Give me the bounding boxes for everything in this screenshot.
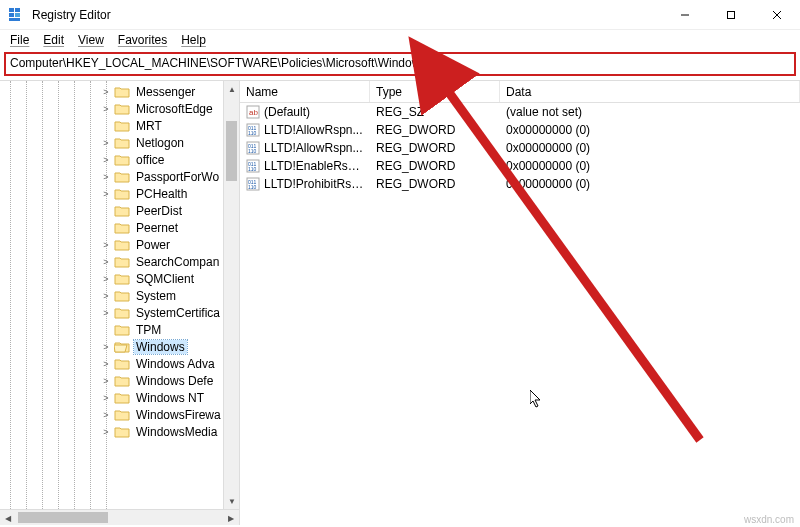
list-row[interactable]: 011110LLTD!EnableRspn...REG_DWORD0x00000… xyxy=(240,157,800,175)
dword-value-icon: 011110 xyxy=(246,159,260,173)
expand-toggle-icon[interactable]: > xyxy=(100,427,112,437)
tree-item-label: Messenger xyxy=(134,85,197,99)
folder-icon xyxy=(114,289,130,303)
scroll-down-icon[interactable]: ▼ xyxy=(224,493,240,509)
value-type-cell: REG_DWORD xyxy=(370,177,500,191)
menu-edit[interactable]: Edit xyxy=(37,32,70,48)
tree-item-label: Windows xyxy=(134,340,187,354)
tree-item-label: WindowsMedia xyxy=(134,425,219,439)
tree-item[interactable]: >Windows NT xyxy=(0,389,239,406)
tree-item[interactable]: >PCHealth xyxy=(0,185,239,202)
expand-toggle-icon[interactable]: > xyxy=(100,359,112,369)
menu-file[interactable]: File xyxy=(4,32,35,48)
tree-item[interactable]: >Messenger xyxy=(0,83,239,100)
column-header-name[interactable]: Name xyxy=(240,81,370,102)
tree-item[interactable]: >SystemCertifica xyxy=(0,304,239,321)
tree-item-label: Windows Adva xyxy=(134,357,217,371)
tree-item[interactable]: TPM xyxy=(0,321,239,338)
tree-item[interactable]: >Netlogon xyxy=(0,134,239,151)
folder-icon xyxy=(114,425,130,439)
value-name: LLTD!ProhibitRsp... xyxy=(264,177,368,191)
tree-item-label: MicrosoftEdge xyxy=(134,102,215,116)
menu-favorites[interactable]: Favorites xyxy=(112,32,173,48)
value-name: LLTD!EnableRspn... xyxy=(264,159,370,173)
dword-value-icon: 011110 xyxy=(246,123,260,137)
close-button[interactable] xyxy=(754,0,800,29)
expand-toggle-icon[interactable]: > xyxy=(100,410,112,420)
folder-icon xyxy=(114,85,130,99)
svg-rect-0 xyxy=(9,8,14,12)
tree[interactable]: >Messenger>MicrosoftEdgeMRT>Netlogon>off… xyxy=(0,81,239,442)
tree-scrollbar-vertical[interactable]: ▲ ▼ xyxy=(223,81,239,509)
list-row[interactable]: ab(Default)REG_SZ(value not set) xyxy=(240,103,800,121)
tree-pane: >Messenger>MicrosoftEdgeMRT>Netlogon>off… xyxy=(0,81,240,525)
scroll-thumb-h[interactable] xyxy=(18,512,108,523)
expand-toggle-icon[interactable]: > xyxy=(100,138,112,148)
list-rows: ab(Default)REG_SZ(value not set)011110LL… xyxy=(240,103,800,525)
minimize-button[interactable] xyxy=(662,0,708,29)
expand-toggle-icon[interactable]: > xyxy=(100,240,112,250)
tree-item[interactable]: >SQMClient xyxy=(0,270,239,287)
tree-item[interactable]: >Windows xyxy=(0,338,239,355)
value-data-cell: 0x00000000 (0) xyxy=(500,159,800,173)
expand-toggle-icon[interactable]: > xyxy=(100,172,112,182)
tree-scrollbar-horizontal[interactable]: ◀ ▶ xyxy=(0,509,239,525)
folder-icon xyxy=(114,323,130,337)
scroll-left-icon[interactable]: ◀ xyxy=(0,510,16,525)
menu-help[interactable]: Help xyxy=(175,32,212,48)
expand-toggle-icon[interactable]: > xyxy=(100,104,112,114)
value-name-cell: 011110LLTD!AllowRspn... xyxy=(240,123,370,138)
expand-toggle-icon[interactable]: > xyxy=(100,155,112,165)
column-header-data[interactable]: Data xyxy=(500,81,800,102)
tree-item-label: SystemCertifica xyxy=(134,306,222,320)
value-data-cell: 0x00000000 (0) xyxy=(500,123,800,137)
svg-rect-2 xyxy=(9,13,14,17)
expand-toggle-icon[interactable]: > xyxy=(100,308,112,318)
tree-item[interactable]: PeerDist xyxy=(0,202,239,219)
scroll-thumb[interactable] xyxy=(226,121,237,181)
expand-toggle-icon[interactable]: > xyxy=(100,274,112,284)
expand-toggle-icon[interactable]: > xyxy=(100,376,112,386)
tree-item[interactable]: >WindowsFirewa xyxy=(0,406,239,423)
tree-item[interactable]: >Power xyxy=(0,236,239,253)
tree-item[interactable]: MRT xyxy=(0,117,239,134)
tree-item[interactable]: Peernet xyxy=(0,219,239,236)
list-row[interactable]: 011110LLTD!AllowRspn...REG_DWORD0x000000… xyxy=(240,139,800,157)
tree-item[interactable]: >Windows Defe xyxy=(0,372,239,389)
menu-view[interactable]: View xyxy=(72,32,110,48)
tree-item[interactable]: >office xyxy=(0,151,239,168)
svg-rect-4 xyxy=(9,18,20,21)
value-name: (Default) xyxy=(264,105,310,119)
tree-item[interactable]: >MicrosoftEdge xyxy=(0,100,239,117)
string-value-icon: ab xyxy=(246,105,260,119)
tree-item[interactable]: >WindowsMedia xyxy=(0,423,239,440)
address-bar[interactable]: Computer\HKEY_LOCAL_MACHINE\SOFTWARE\Pol… xyxy=(6,54,794,74)
tree-item[interactable]: >PassportForWo xyxy=(0,168,239,185)
expand-toggle-icon[interactable]: > xyxy=(100,393,112,403)
scroll-right-icon[interactable]: ▶ xyxy=(223,510,239,525)
expand-toggle-icon[interactable]: > xyxy=(100,342,112,352)
tree-item[interactable]: >Windows Adva xyxy=(0,355,239,372)
scroll-up-icon[interactable]: ▲ xyxy=(224,81,240,97)
expand-toggle-icon[interactable]: > xyxy=(100,257,112,267)
list-row[interactable]: 011110LLTD!AllowRspn...REG_DWORD0x000000… xyxy=(240,121,800,139)
expand-toggle-icon[interactable]: > xyxy=(100,291,112,301)
maximize-button[interactable] xyxy=(708,0,754,29)
folder-icon xyxy=(114,221,130,235)
folder-icon xyxy=(114,255,130,269)
tree-item[interactable]: >SearchCompan xyxy=(0,253,239,270)
folder-icon xyxy=(114,102,130,116)
expand-toggle-icon[interactable]: > xyxy=(100,87,112,97)
svg-text:110: 110 xyxy=(248,184,257,190)
expand-toggle-icon[interactable]: > xyxy=(100,189,112,199)
value-name: LLTD!AllowRspn... xyxy=(264,141,362,155)
address-bar-highlight: Computer\HKEY_LOCAL_MACHINE\SOFTWARE\Pol… xyxy=(4,52,796,76)
value-data-cell: 0x00000000 (0) xyxy=(500,141,800,155)
dword-value-icon: 011110 xyxy=(246,177,260,191)
window-controls xyxy=(662,0,800,29)
list-row[interactable]: 011110LLTD!ProhibitRsp...REG_DWORD0x0000… xyxy=(240,175,800,193)
svg-text:ab: ab xyxy=(249,108,258,117)
app-icon xyxy=(8,7,24,23)
column-header-type[interactable]: Type xyxy=(370,81,500,102)
tree-item[interactable]: >System xyxy=(0,287,239,304)
